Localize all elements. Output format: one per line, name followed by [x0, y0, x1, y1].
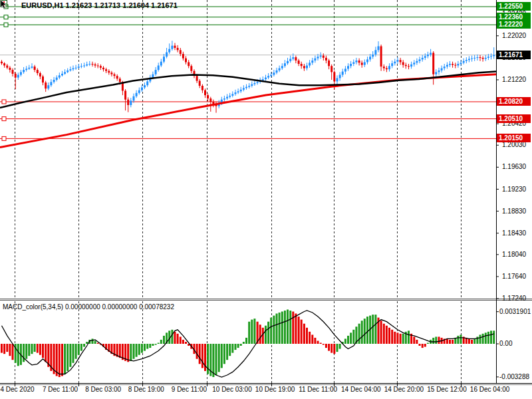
- time-label: 14 Dec 04:00: [341, 386, 381, 394]
- support-line[interactable]: [0, 117, 496, 121]
- time-label: 9 Dec 11:00: [172, 386, 207, 394]
- panel-separator[interactable]: [0, 299, 532, 301]
- macd-axis-label: 0.00: [499, 340, 512, 348]
- line-handle: [2, 136, 6, 140]
- time-label: 8 Dec 19:00: [128, 386, 164, 394]
- macd-axis-label: -0.003288: [499, 373, 529, 381]
- chart-window: EURUSD,H1 1.21623 1.21713 1.21604 1.2167…: [0, 0, 532, 399]
- time-label: 16 Dec 04:00: [470, 386, 510, 394]
- resistance-line[interactable]: [0, 15, 496, 19]
- time-label: 10 Dec 19:00: [255, 386, 295, 394]
- macd-axis[interactable]: 0.00319010.00-0.003288: [497, 0, 532, 399]
- time-label: 7 Dec 11:00: [43, 386, 78, 394]
- cursor-icon: [0, 0, 8, 9]
- support-line[interactable]: [0, 136, 496, 140]
- line-handle: [4, 23, 8, 27]
- line-handle: [2, 117, 6, 121]
- time-axis[interactable]: 4 Dec 20207 Dec 11:008 Dec 03:008 Dec 19…: [0, 386, 532, 395]
- macd-histogram: [1, 310, 495, 378]
- chart-title: EURUSD,H1 1.21623 1.21713 1.21604 1.2167…: [21, 1, 178, 9]
- resistance-line[interactable]: [0, 23, 496, 27]
- time-label: 4 Dec 2020: [0, 386, 34, 394]
- chart-canvas[interactable]: [0, 0, 532, 399]
- time-label: 8 Dec 03:00: [85, 386, 121, 394]
- time-label: 15 Dec 12:00: [427, 386, 467, 394]
- trendline[interactable]: [0, 74, 496, 148]
- time-label: 10 Dec 03:00: [212, 386, 252, 394]
- line-handle: [4, 15, 8, 19]
- macd-axis-label: 0.0031901: [499, 308, 531, 316]
- line-handle: [2, 100, 6, 104]
- time-label: 14 Dec 20:00: [384, 386, 424, 394]
- time-label: 11 Dec 11:00: [299, 386, 337, 394]
- macd-indicator-header: MACD_color(5,34,5) 0.00000000 0.00000000…: [3, 303, 174, 311]
- grid: [15, 0, 462, 383]
- ma-line: [0, 72, 496, 108]
- support-line[interactable]: [0, 100, 496, 104]
